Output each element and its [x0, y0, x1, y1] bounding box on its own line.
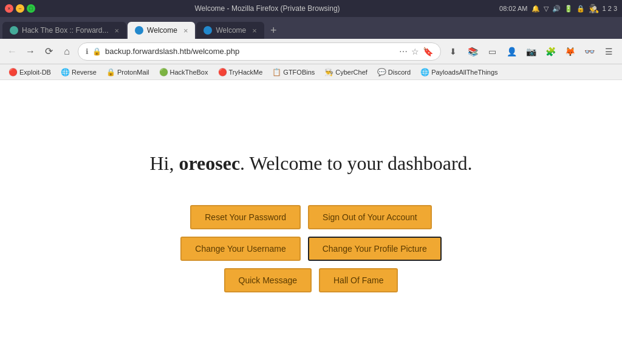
- button-row-2: Change Your Username Change Your Profile…: [180, 237, 441, 261]
- bookmark-label-reverse: Reverse: [72, 69, 97, 76]
- toolbar-actions: ⬇ 📚 ▭ 👤 📷 🧩 🦊 👓 ☰: [445, 43, 617, 60]
- forward-button[interactable]: →: [23, 44, 38, 59]
- dashboard-buttons: Reset Your Password Sign Out of Your Acc…: [180, 205, 441, 292]
- quick-message-button[interactable]: Quick Message: [224, 268, 312, 292]
- browser-tab-1[interactable]: Hack The Box :: Forward... ×: [2, 22, 126, 39]
- menu-button[interactable]: ☰: [600, 43, 617, 60]
- tab-close-3[interactable]: ×: [252, 26, 257, 35]
- bookmark-label-tryhackme: TryHackMe: [229, 69, 263, 76]
- button-row-1: Reset Your Password Sign Out of Your Acc…: [190, 205, 432, 229]
- tab-favicon-3: [203, 26, 212, 35]
- back-button[interactable]: ←: [5, 44, 19, 59]
- sidebar-button[interactable]: ▭: [484, 43, 501, 60]
- hall-of-fame-button[interactable]: Hall Of Fame: [319, 268, 398, 292]
- window-controls[interactable]: × − □: [5, 4, 35, 13]
- bookmark-label-exploit-db: Exploit-DB: [19, 69, 51, 76]
- bookmark-label-protonmail: ProtonMail: [117, 69, 149, 76]
- greeting-suffix: . Welcome to your dashboard.: [240, 152, 473, 174]
- tab-label-1: Hack The Box :: Forward...: [22, 26, 109, 35]
- url-action-icons: ⋯ ☆ 🔖: [399, 47, 433, 56]
- lock-icon: 🔒: [576, 5, 585, 13]
- bookmark-discord[interactable]: 💬 Discord: [374, 67, 414, 78]
- change-username-button[interactable]: Change Your Username: [180, 237, 300, 261]
- tab-label-2: Welcome: [147, 26, 177, 35]
- bookmark-label-hackthebox: HackTheBox: [170, 69, 208, 76]
- private-browsing-icon: 🕵: [589, 4, 599, 13]
- tab-favicon-1: [10, 26, 18, 35]
- payloads-icon: 🌐: [420, 68, 429, 76]
- bookmark-star-icon[interactable]: ☆: [411, 47, 419, 56]
- new-tab-button[interactable]: +: [265, 22, 282, 39]
- window-title: Welcome - Mozilla Firefox (Private Brows…: [40, 4, 494, 13]
- lock-secure-icon: 🔒: [92, 47, 101, 56]
- reset-password-button[interactable]: Reset Your Password: [190, 205, 301, 229]
- extensions-button[interactable]: 🧩: [542, 43, 559, 60]
- battery-icon: 🔋: [564, 5, 573, 13]
- bookmark-hackthebox[interactable]: 🟢 HackTheBox: [156, 67, 212, 78]
- bookmark-exploit-db[interactable]: 🔴 Exploit-DB: [5, 67, 55, 78]
- cyberchef-icon: 👨‍🍳: [324, 68, 333, 76]
- bookmark-label-gtfobins: GTFOBins: [283, 69, 315, 76]
- url-display[interactable]: backup.forwardslash.htb/welcome.php: [105, 47, 395, 56]
- browser-tab-3[interactable]: Welcome ×: [196, 22, 264, 39]
- security-icon: ℹ: [86, 47, 89, 56]
- protonmail-icon: 🔒: [106, 68, 115, 76]
- bookmark-tryhackme[interactable]: 🔴 TryHackMe: [214, 67, 267, 78]
- bookmarks-bar: 🔴 Exploit-DB 🌐 Reverse 🔒 ProtonMail 🟢 Ha…: [0, 64, 622, 80]
- page-content: Hi, oreosec. Welcome to your dashboard. …: [0, 80, 622, 364]
- gtfobins-icon: 📋: [272, 68, 281, 76]
- url-bar: ← → ⟳ ⌂ ℹ 🔒 backup.forwardslash.htb/welc…: [0, 39, 622, 64]
- tab-label-3: Welcome: [216, 26, 246, 35]
- tab-close-2[interactable]: ×: [183, 26, 188, 35]
- url-input-container[interactable]: ℹ 🔒 backup.forwardslash.htb/welcome.php …: [78, 42, 441, 61]
- hackthebox-icon: 🟢: [159, 68, 168, 76]
- clock: 08:02 AM: [499, 5, 527, 12]
- download-button[interactable]: ⬇: [445, 43, 462, 60]
- bookmark-label-payloads: PayloadsAllTheThings: [431, 69, 497, 76]
- bookmark-gtfobins[interactable]: 📋 GTFOBins: [268, 67, 318, 78]
- bookmark-label-discord: Discord: [388, 69, 411, 76]
- window-maximize-button[interactable]: □: [27, 4, 35, 13]
- private-browsing-toolbar-icon[interactable]: 👓: [581, 43, 598, 60]
- title-bar: × − □ Welcome - Mozilla Firefox (Private…: [0, 0, 622, 17]
- window-minimize-button[interactable]: −: [16, 4, 24, 13]
- bookmark-label-cyberchef: CyberChef: [335, 69, 367, 76]
- tab-close-1[interactable]: ×: [115, 26, 120, 35]
- bookmark-cyberchef[interactable]: 👨‍🍳 CyberChef: [321, 67, 371, 78]
- notification-icon: 🔔: [531, 5, 540, 13]
- bookmark-protonmail[interactable]: 🔒 ProtonMail: [103, 67, 153, 78]
- browser-tab-2[interactable]: Welcome ×: [128, 22, 195, 39]
- window-close-button[interactable]: ×: [5, 4, 13, 13]
- reverse-icon: 🌐: [61, 68, 70, 76]
- reader-mode-icon: ⋯: [399, 47, 408, 56]
- firefox-account-button[interactable]: 🦊: [561, 43, 578, 60]
- exploit-db-icon: 🔴: [9, 68, 18, 76]
- workspace-indicator: 1 2 3: [603, 5, 617, 12]
- tab-favicon-2: [135, 26, 143, 35]
- username-display: oreosec: [179, 152, 240, 174]
- volume-icon: 🔊: [552, 5, 561, 13]
- tab-bar: Hack The Box :: Forward... × Welcome × W…: [0, 17, 622, 39]
- welcome-heading: Hi, oreosec. Welcome to your dashboard.: [149, 152, 472, 175]
- refresh-button[interactable]: ⟳: [41, 44, 56, 59]
- home-button[interactable]: ⌂: [60, 44, 74, 59]
- change-picture-button[interactable]: Change Your Profile Picture: [308, 237, 442, 261]
- pocket-icon[interactable]: 🔖: [423, 47, 433, 56]
- discord-icon: 💬: [377, 68, 386, 76]
- bookmark-reverse[interactable]: 🌐 Reverse: [57, 67, 100, 78]
- bookmark-payloads[interactable]: 🌐 PayloadsAllTheThings: [417, 67, 501, 78]
- greeting-prefix: Hi,: [149, 152, 179, 174]
- system-tray: 08:02 AM 🔔 ▽ 🔊 🔋 🔒 🕵 1 2 3: [499, 4, 617, 13]
- library-button[interactable]: 📚: [464, 43, 481, 60]
- tryhackme-icon: 🔴: [218, 68, 227, 76]
- sync-button[interactable]: 👤: [503, 43, 520, 60]
- screenshot-button[interactable]: 📷: [522, 43, 539, 60]
- button-row-3: Quick Message Hall Of Fame: [224, 268, 398, 292]
- wifi-icon: ▽: [544, 5, 549, 13]
- sign-out-button[interactable]: Sign Out of Your Account: [308, 205, 432, 229]
